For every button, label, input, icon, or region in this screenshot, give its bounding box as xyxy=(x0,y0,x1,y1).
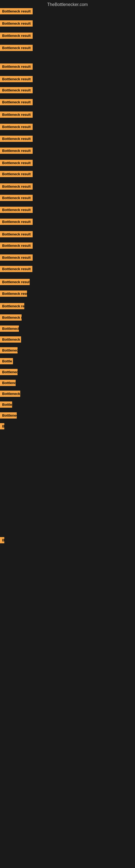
bottleneck-item: Bottleneck re xyxy=(0,336,21,344)
bottleneck-badge: Bottleneck result xyxy=(0,124,33,130)
bottleneck-badge: Bottleneck result xyxy=(0,195,33,201)
bottleneck-badge: Bottleneck result xyxy=(0,8,33,14)
bottleneck-badge: Bottleneck result xyxy=(0,87,33,93)
bottleneck-item: Bottleneck result xyxy=(0,135,33,143)
bottleneck-badge: Bottleneck result xyxy=(0,290,27,297)
bottleneck-badge: Bottleneck result xyxy=(0,171,33,177)
bottleneck-item: Bottleneck result xyxy=(0,290,27,298)
bottleneck-badge: Bottlenec xyxy=(0,347,17,353)
site-title: TheBottlenecker.com xyxy=(0,0,135,9)
bottleneck-badge: Bottleneck result xyxy=(0,207,33,213)
bottleneck-item: Bottleneck result xyxy=(0,254,33,262)
bottleneck-item: Bottleneck r xyxy=(0,391,20,398)
bottleneck-item: Bottleneck result xyxy=(0,243,33,250)
bottleneck-badge: Bottleneck result xyxy=(0,219,33,225)
bottleneck-item: Bottleneck result xyxy=(0,76,33,83)
bottleneck-badge: Bottleneck result xyxy=(0,231,33,237)
bottleneck-item: Bottlenec xyxy=(0,412,17,420)
bottleneck-badge: Bottleneck result xyxy=(0,76,33,82)
bottleneck-badge: Bottleneck result xyxy=(0,45,33,51)
bottleneck-badge: Bottleneck result xyxy=(0,99,33,105)
bottleneck-badge: Bottleneck result xyxy=(0,135,33,142)
bottleneck-item: Bottleneck result xyxy=(0,33,33,40)
bottleneck-item: Bottlend xyxy=(0,380,16,387)
bottleneck-item: Bottleneck result xyxy=(0,195,33,202)
bottleneck-badge: Bottleneck result xyxy=(0,20,33,27)
bottleneck-badge: Bottleneck result xyxy=(0,266,32,272)
bottleneck-badge: B xyxy=(0,423,4,429)
bottleneck-badge: Bottlend xyxy=(0,380,16,386)
bottleneck-item: Bottleneck result xyxy=(0,303,24,310)
bottleneck-badge: Bottlenec xyxy=(0,369,17,375)
bottleneck-badge: Bottlenec xyxy=(0,412,17,418)
bottleneck-item: B xyxy=(0,537,4,545)
bottleneck-badge: Bottleneck result xyxy=(0,112,33,118)
bottleneck-badge: Bottleneck result xyxy=(0,63,33,70)
bottleneck-item: Bottleneck result xyxy=(0,20,33,28)
bottleneck-badge: Bottleneck re xyxy=(0,336,21,343)
bottleneck-badge: Bottleneck result xyxy=(0,303,24,309)
bottleneck-item: Bottleneck result xyxy=(0,87,33,94)
bottleneck-badge: Bottleneck result xyxy=(0,33,33,39)
bottleneck-badge: Bottleneck xyxy=(0,326,19,332)
bottleneck-badge: Bottle xyxy=(0,358,13,364)
bottleneck-item: Bottleneck result xyxy=(0,231,33,239)
bottleneck-badge: Bottleneck r xyxy=(0,391,20,397)
bottleneck-item: Bottleneck result xyxy=(0,183,33,191)
bottleneck-badge: Bottleneck result xyxy=(0,243,33,249)
bottleneck-item: Bottleneck result xyxy=(0,124,33,131)
bottleneck-badge: Bottleneck res xyxy=(0,314,21,321)
bottleneck-badge: Bottleneck result xyxy=(0,254,33,261)
bottleneck-badge: B xyxy=(0,537,4,543)
bottleneck-item: Bottleneck result xyxy=(0,99,33,106)
bottleneck-badge: Bottleneck result xyxy=(0,160,33,166)
bottleneck-item: Bottleneck result xyxy=(0,45,33,52)
bottleneck-item: Bottleneck result xyxy=(0,8,33,16)
bottleneck-item: B xyxy=(0,423,4,431)
bottleneck-item: Bottleneck result xyxy=(0,219,33,226)
bottleneck-item: Bottlenec xyxy=(0,347,17,354)
bottleneck-item: Bottleneck result xyxy=(0,171,33,178)
bottleneck-badge: Bottleneck result xyxy=(0,183,33,190)
bottleneck-item: Bottleneck result xyxy=(0,207,33,214)
bottleneck-item: Bottleneck result xyxy=(0,160,33,167)
bottleneck-item: Bottleneck result xyxy=(0,148,33,155)
bottleneck-badge: Bottleneck result xyxy=(0,148,33,154)
bottleneck-badge: Bottleneck result xyxy=(0,279,30,285)
bottleneck-item: Bottleneck xyxy=(0,326,19,333)
bottleneck-item: Bottleneck result xyxy=(0,266,32,273)
bottleneck-item: Bottleneck result xyxy=(0,63,33,71)
bottleneck-item: Bottleneck result xyxy=(0,279,30,286)
bottleneck-item: Bottle xyxy=(0,358,13,365)
bottleneck-item: Bottlenec xyxy=(0,369,17,376)
bottleneck-item: Bottleneck result xyxy=(0,112,33,119)
bottleneck-item: Bottleneck res xyxy=(0,314,21,322)
bottleneck-badge: Bottle xyxy=(0,401,12,408)
bottleneck-item: Bottle xyxy=(0,401,12,409)
